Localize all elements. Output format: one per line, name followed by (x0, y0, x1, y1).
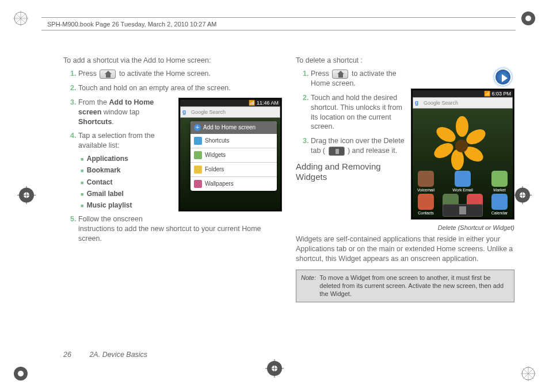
crop-mark-icon (520, 10, 536, 26)
home-key-icon (100, 70, 116, 79)
paragraph: Widgets are self-contained applications … (296, 235, 514, 264)
page-number: 26 (63, 351, 71, 359)
bullet-label: Gmail label (87, 190, 124, 198)
trash-icon (459, 206, 466, 214)
search-bar: gGoogle Search (180, 106, 280, 118)
note-label: Note: (301, 274, 316, 298)
register-mark-icon (513, 186, 532, 206)
app-icon: Calendar (489, 194, 510, 215)
trash-key-icon (329, 147, 345, 156)
signal-icon: 📶 (249, 100, 257, 106)
play-badge-icon (494, 68, 512, 86)
section-title: To add a shortcut via the Add to Home sc… (63, 56, 282, 64)
text: ) and release it. (346, 147, 398, 155)
text: . (112, 118, 113, 126)
shortcuts-icon (194, 137, 202, 145)
status-bar: 📶 11:46 AM (180, 99, 280, 106)
search-placeholder: Google Search (191, 109, 226, 115)
crop-mark-icon (520, 366, 536, 382)
app-icon: Work Email (452, 171, 473, 192)
step-1: Press to activate the Home screen. (78, 69, 282, 79)
app-label: Market (493, 188, 505, 192)
step-5: Follow the onscreen instructions to add … (78, 214, 282, 244)
row-label: Shortcuts (205, 137, 229, 144)
wallpapers-icon (194, 180, 202, 188)
row-label: Widgets (205, 152, 226, 158)
note-text: To move a Widget from one screen to anot… (319, 274, 509, 298)
svg-point-6 (525, 16, 531, 21)
text: window tap (101, 108, 139, 116)
search-placeholder: Google Search (424, 100, 458, 106)
figure-caption: Delete (Shortcut or Widget) (296, 224, 514, 231)
dialog-row-widgets: Widgets (190, 148, 277, 163)
text-bold: Shortcuts (78, 118, 112, 126)
signal-icon: 📶 (484, 91, 492, 97)
status-bar: 📶 6:03 PM (413, 90, 513, 97)
delete-tab (443, 204, 483, 217)
row-label: Wallpapers (205, 180, 234, 187)
dialog-row-wallpapers: Wallpapers (190, 177, 277, 191)
register-mark-icon (17, 186, 36, 206)
section-title: To delete a shortcut : (296, 56, 514, 64)
google-icon: g (415, 99, 422, 106)
google-icon: g (182, 109, 189, 116)
app-icon: Voicemail (415, 171, 436, 192)
widgets-icon (194, 151, 202, 159)
app-label: Voicemail (417, 188, 434, 192)
text: Press (311, 70, 331, 78)
text: Press (78, 70, 98, 78)
section-name: 2A. Device Basics (89, 351, 147, 359)
home-key-icon (332, 70, 348, 79)
app-icon: Contacts (415, 194, 436, 215)
text: Tap a selection from the available list: (78, 132, 155, 149)
add-to-home-dialog: +Add to Home screen Shortcuts Widgets Fo… (190, 121, 277, 191)
register-mark-icon (265, 359, 284, 379)
svg-point-8 (18, 371, 24, 376)
plus-icon: + (194, 124, 201, 131)
note-box: Note: To move a Widget from one screen t… (296, 270, 514, 302)
text: From the (78, 98, 109, 106)
bullet-label: Music playlist (87, 201, 132, 209)
step-1: Press to activate the Home screen. (311, 69, 514, 89)
clock: 6:03 PM (491, 91, 511, 97)
dialog-row-folders: Folders (190, 163, 277, 177)
right-column: To delete a shortcut : 📶 6:03 PM gGoogle… (296, 56, 514, 302)
app-label: Contacts (418, 211, 434, 215)
text: to activate the Home screen. (117, 70, 211, 78)
row-label: Folders (205, 166, 224, 172)
folders-icon (194, 166, 202, 174)
crop-mark-icon (13, 366, 29, 382)
bullet-label: Contact (87, 178, 113, 186)
page-footer: 26 2A. Device Basics (63, 351, 147, 359)
screenshot-add-to-home: 📶 11:46 AM gGoogle Search +Add to Home s… (178, 98, 282, 212)
rule (41, 30, 516, 30)
app-icon: Market (489, 171, 510, 192)
screenshot-delete-shortcut: 📶 6:03 PM gGoogle Search Voicemail (411, 89, 514, 220)
header-filename: SPH-M900.book Page 26 Tuesday, March 2, … (47, 21, 217, 28)
bullet-label: Applications (87, 155, 128, 163)
clock: 11:46 AM (257, 100, 279, 106)
bullet-label: Bookmark (87, 166, 121, 174)
rule (41, 17, 516, 18)
crop-mark-icon (13, 10, 29, 26)
dialog-row-shortcuts: Shortcuts (190, 134, 277, 148)
app-label: Calendar (491, 211, 508, 215)
wallpaper-flower (436, 120, 487, 172)
left-column: To add a shortcut via the Add to Home sc… (63, 56, 282, 302)
search-bar: gGoogle Search (413, 97, 513, 109)
step-2: Touch and hold on an empty area of the s… (78, 83, 282, 93)
dialog-title-text: Add to Home screen (203, 124, 256, 130)
app-label: Work Email (452, 188, 473, 192)
